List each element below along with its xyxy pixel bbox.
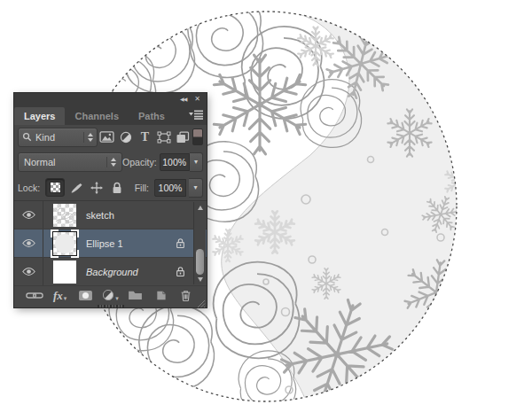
panel-bottom-edge <box>14 304 207 309</box>
adjustment-icon <box>102 289 114 301</box>
layer-name[interactable]: sketch <box>86 210 114 221</box>
layer-mask-icon <box>78 290 93 301</box>
layer-thumbnail[interactable] <box>53 261 76 284</box>
kind-filter-select[interactable]: Kind <box>18 128 98 147</box>
layer-style-button[interactable]: fx ▾ <box>47 286 72 304</box>
blend-mode-select[interactable]: Normal <box>18 152 122 172</box>
visibility-toggle[interactable] <box>14 229 43 257</box>
opacity-value[interactable]: 100% <box>160 153 190 171</box>
layer-row-sketch[interactable]: sketch <box>14 201 207 229</box>
screenshot-stage: ◀◀ ✕ Layers Channels Paths Kind <box>0 0 532 420</box>
trash-icon <box>180 290 192 301</box>
transparency-checker-icon <box>50 182 61 193</box>
resize-grip-icon[interactable] <box>197 299 206 308</box>
visibility-toggle[interactable] <box>14 258 43 285</box>
lock-icon <box>176 266 185 277</box>
layer-lock-badge <box>176 266 185 277</box>
new-group-button[interactable] <box>123 286 148 304</box>
fill-label: Fill: <box>135 183 152 193</box>
kind-filter-label: Kind <box>35 132 55 143</box>
lock-position-button[interactable] <box>88 179 106 196</box>
type-layer-filter-icon[interactable]: T <box>136 128 153 146</box>
thumbnail-selection-corner <box>71 229 79 237</box>
thumbnail-selection-corner <box>71 250 79 258</box>
lock-all-button[interactable] <box>108 179 126 196</box>
scroll-down-icon[interactable] <box>194 275 206 284</box>
fill-value[interactable]: 100% <box>154 179 186 197</box>
eye-icon <box>21 238 36 248</box>
blend-row: Normal Opacity: 100% ▾ <box>14 149 207 175</box>
layer-name[interactable]: Ellipse 1 <box>86 238 123 249</box>
scroll-up-icon[interactable] <box>194 203 206 212</box>
fill-dropdown-button[interactable]: ▾ <box>189 178 203 198</box>
layer-filtering-toggle[interactable] <box>192 128 203 145</box>
adjustment-layer-filter-icon[interactable] <box>117 128 135 146</box>
layer-row-ellipse-1[interactable]: Ellipse 1 <box>14 229 207 258</box>
new-layer-icon <box>155 290 167 301</box>
delete-layer-button[interactable] <box>174 286 199 304</box>
search-icon <box>22 132 32 142</box>
new-adjustment-layer-button[interactable]: ▾ <box>98 286 122 304</box>
layer-list: sketch Ellipse 1 <box>14 200 207 286</box>
filter-row: Kind T <box>14 125 207 149</box>
thumbnail-selection-corner <box>51 250 59 258</box>
layers-panel: ◀◀ ✕ Layers Channels Paths Kind <box>14 93 207 307</box>
opacity-dropdown-button[interactable]: ▾ <box>190 152 203 172</box>
eye-icon <box>21 210 36 220</box>
smart-object-filter-icon[interactable] <box>174 128 192 146</box>
pixel-layer-filter-icon[interactable] <box>98 128 116 146</box>
layer-thumbnail[interactable] <box>53 204 76 227</box>
link-icon <box>26 291 43 300</box>
panel-title-bar: ◀◀ ✕ <box>14 93 207 105</box>
add-layer-mask-button[interactable] <box>73 286 98 304</box>
tab-paths[interactable]: Paths <box>129 107 175 125</box>
folder-icon <box>128 290 143 300</box>
layer-row-background[interactable]: Background <box>14 258 207 286</box>
tab-channels[interactable]: Channels <box>65 107 129 125</box>
tab-layers[interactable]: Layers <box>14 107 65 125</box>
panel-tabs: Layers Channels Paths <box>14 105 207 125</box>
eye-icon <box>21 267 36 276</box>
adjustment-caret-icon: ▾ <box>115 295 119 304</box>
fx-caret-icon: ▾ <box>64 295 67 304</box>
kind-spinner-icon <box>83 132 93 143</box>
lock-image-pixels-button[interactable] <box>67 179 85 196</box>
visibility-toggle[interactable] <box>14 201 43 229</box>
lock-label: Lock: <box>18 183 40 193</box>
list-scrollbar[interactable] <box>193 202 206 284</box>
shape-layer-filter-icon[interactable] <box>155 128 173 146</box>
brush-icon <box>70 182 83 194</box>
lock-transparent-pixels-button[interactable] <box>45 178 65 197</box>
scrollbar-thumb[interactable] <box>196 249 204 275</box>
thumbnail-selection-corner <box>51 229 59 237</box>
blend-mode-value: Normal <box>24 157 55 167</box>
panel-drag-handle[interactable] <box>98 305 124 307</box>
new-layer-button[interactable] <box>148 286 173 304</box>
panel-footer: fx ▾ ▾ <box>14 286 207 304</box>
layer-lock-badge <box>176 237 185 249</box>
sketch-thumbnail-art <box>53 204 76 227</box>
move-icon <box>90 182 103 194</box>
blend-spinner-icon <box>106 157 116 167</box>
layer-thumbnail[interactable] <box>53 232 76 255</box>
layer-name[interactable]: Background <box>86 267 138 277</box>
lock-icon <box>176 237 185 249</box>
padlock-icon <box>112 182 122 194</box>
panel-menu-icon[interactable] <box>189 110 203 121</box>
collapse-to-icons-icon[interactable]: ◀◀ <box>180 97 186 102</box>
link-layers-button[interactable] <box>22 286 47 304</box>
lock-row: Lock: Fill: 100% ▾ <box>14 175 207 200</box>
close-icon[interactable]: ✕ <box>194 96 200 103</box>
opacity-label: Opacity: <box>122 157 160 167</box>
